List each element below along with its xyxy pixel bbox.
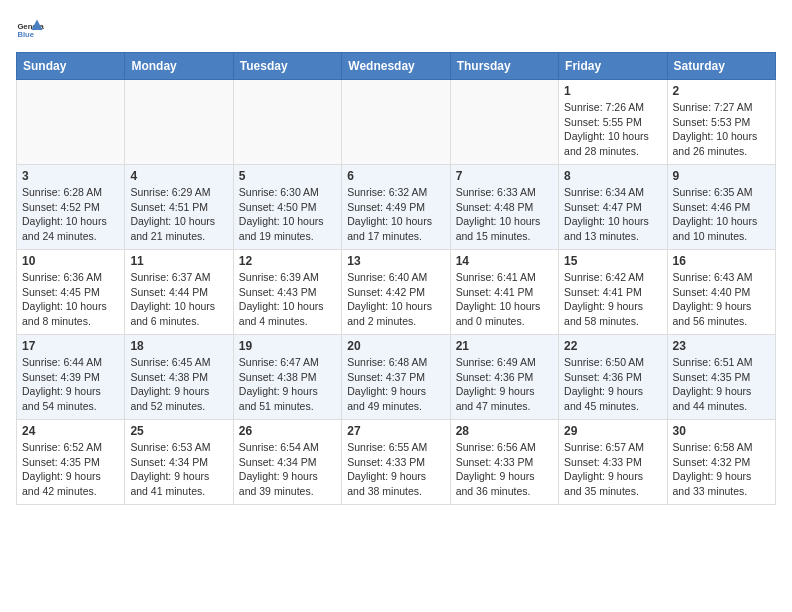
day-of-week-header: Monday	[125, 53, 233, 80]
calendar-day-cell: 26Sunrise: 6:54 AM Sunset: 4:34 PM Dayli…	[233, 420, 341, 505]
calendar-day-cell: 20Sunrise: 6:48 AM Sunset: 4:37 PM Dayli…	[342, 335, 450, 420]
day-number: 29	[564, 424, 661, 438]
calendar-week-row: 3Sunrise: 6:28 AM Sunset: 4:52 PM Daylig…	[17, 165, 776, 250]
calendar-week-row: 24Sunrise: 6:52 AM Sunset: 4:35 PM Dayli…	[17, 420, 776, 505]
day-info: Sunrise: 6:45 AM Sunset: 4:38 PM Dayligh…	[130, 355, 227, 414]
calendar-day-cell: 27Sunrise: 6:55 AM Sunset: 4:33 PM Dayli…	[342, 420, 450, 505]
calendar-day-cell: 25Sunrise: 6:53 AM Sunset: 4:34 PM Dayli…	[125, 420, 233, 505]
day-number: 4	[130, 169, 227, 183]
day-number: 3	[22, 169, 119, 183]
calendar-day-cell: 6Sunrise: 6:32 AM Sunset: 4:49 PM Daylig…	[342, 165, 450, 250]
day-info: Sunrise: 6:41 AM Sunset: 4:41 PM Dayligh…	[456, 270, 553, 329]
day-number: 24	[22, 424, 119, 438]
day-info: Sunrise: 6:58 AM Sunset: 4:32 PM Dayligh…	[673, 440, 770, 499]
day-info: Sunrise: 7:27 AM Sunset: 5:53 PM Dayligh…	[673, 100, 770, 159]
day-info: Sunrise: 6:52 AM Sunset: 4:35 PM Dayligh…	[22, 440, 119, 499]
calendar-day-cell: 30Sunrise: 6:58 AM Sunset: 4:32 PM Dayli…	[667, 420, 775, 505]
calendar-day-cell: 8Sunrise: 6:34 AM Sunset: 4:47 PM Daylig…	[559, 165, 667, 250]
day-info: Sunrise: 7:26 AM Sunset: 5:55 PM Dayligh…	[564, 100, 661, 159]
calendar-day-cell	[450, 80, 558, 165]
calendar-day-cell	[17, 80, 125, 165]
calendar-day-cell: 5Sunrise: 6:30 AM Sunset: 4:50 PM Daylig…	[233, 165, 341, 250]
day-info: Sunrise: 6:54 AM Sunset: 4:34 PM Dayligh…	[239, 440, 336, 499]
day-info: Sunrise: 6:44 AM Sunset: 4:39 PM Dayligh…	[22, 355, 119, 414]
calendar-day-cell: 17Sunrise: 6:44 AM Sunset: 4:39 PM Dayli…	[17, 335, 125, 420]
day-info: Sunrise: 6:39 AM Sunset: 4:43 PM Dayligh…	[239, 270, 336, 329]
calendar-day-cell: 14Sunrise: 6:41 AM Sunset: 4:41 PM Dayli…	[450, 250, 558, 335]
calendar-day-cell	[233, 80, 341, 165]
day-of-week-header: Sunday	[17, 53, 125, 80]
day-of-week-header: Wednesday	[342, 53, 450, 80]
calendar-day-cell: 22Sunrise: 6:50 AM Sunset: 4:36 PM Dayli…	[559, 335, 667, 420]
calendar-day-cell: 9Sunrise: 6:35 AM Sunset: 4:46 PM Daylig…	[667, 165, 775, 250]
day-info: Sunrise: 6:30 AM Sunset: 4:50 PM Dayligh…	[239, 185, 336, 244]
calendar-day-cell: 7Sunrise: 6:33 AM Sunset: 4:48 PM Daylig…	[450, 165, 558, 250]
day-number: 21	[456, 339, 553, 353]
calendar-day-cell: 23Sunrise: 6:51 AM Sunset: 4:35 PM Dayli…	[667, 335, 775, 420]
day-info: Sunrise: 6:57 AM Sunset: 4:33 PM Dayligh…	[564, 440, 661, 499]
day-number: 28	[456, 424, 553, 438]
calendar-day-cell: 19Sunrise: 6:47 AM Sunset: 4:38 PM Dayli…	[233, 335, 341, 420]
calendar-table: SundayMondayTuesdayWednesdayThursdayFrid…	[16, 52, 776, 505]
day-number: 20	[347, 339, 444, 353]
day-of-week-header: Saturday	[667, 53, 775, 80]
day-number: 11	[130, 254, 227, 268]
day-number: 15	[564, 254, 661, 268]
day-number: 17	[22, 339, 119, 353]
day-of-week-header: Friday	[559, 53, 667, 80]
day-number: 5	[239, 169, 336, 183]
day-number: 1	[564, 84, 661, 98]
day-number: 22	[564, 339, 661, 353]
day-number: 9	[673, 169, 770, 183]
day-number: 7	[456, 169, 553, 183]
calendar-day-cell: 11Sunrise: 6:37 AM Sunset: 4:44 PM Dayli…	[125, 250, 233, 335]
day-number: 19	[239, 339, 336, 353]
day-number: 25	[130, 424, 227, 438]
day-number: 16	[673, 254, 770, 268]
day-info: Sunrise: 6:43 AM Sunset: 4:40 PM Dayligh…	[673, 270, 770, 329]
day-info: Sunrise: 6:42 AM Sunset: 4:41 PM Dayligh…	[564, 270, 661, 329]
day-info: Sunrise: 6:32 AM Sunset: 4:49 PM Dayligh…	[347, 185, 444, 244]
day-info: Sunrise: 6:40 AM Sunset: 4:42 PM Dayligh…	[347, 270, 444, 329]
day-info: Sunrise: 6:28 AM Sunset: 4:52 PM Dayligh…	[22, 185, 119, 244]
day-info: Sunrise: 6:48 AM Sunset: 4:37 PM Dayligh…	[347, 355, 444, 414]
calendar-day-cell: 15Sunrise: 6:42 AM Sunset: 4:41 PM Dayli…	[559, 250, 667, 335]
day-info: Sunrise: 6:29 AM Sunset: 4:51 PM Dayligh…	[130, 185, 227, 244]
calendar-day-cell: 2Sunrise: 7:27 AM Sunset: 5:53 PM Daylig…	[667, 80, 775, 165]
calendar-day-cell: 16Sunrise: 6:43 AM Sunset: 4:40 PM Dayli…	[667, 250, 775, 335]
calendar-day-cell: 21Sunrise: 6:49 AM Sunset: 4:36 PM Dayli…	[450, 335, 558, 420]
day-number: 8	[564, 169, 661, 183]
calendar-day-cell	[342, 80, 450, 165]
day-number: 13	[347, 254, 444, 268]
calendar-day-cell: 18Sunrise: 6:45 AM Sunset: 4:38 PM Dayli…	[125, 335, 233, 420]
day-info: Sunrise: 6:37 AM Sunset: 4:44 PM Dayligh…	[130, 270, 227, 329]
day-info: Sunrise: 6:51 AM Sunset: 4:35 PM Dayligh…	[673, 355, 770, 414]
day-info: Sunrise: 6:56 AM Sunset: 4:33 PM Dayligh…	[456, 440, 553, 499]
calendar-day-cell: 12Sunrise: 6:39 AM Sunset: 4:43 PM Dayli…	[233, 250, 341, 335]
calendar-header-row: SundayMondayTuesdayWednesdayThursdayFrid…	[17, 53, 776, 80]
calendar-week-row: 10Sunrise: 6:36 AM Sunset: 4:45 PM Dayli…	[17, 250, 776, 335]
day-number: 26	[239, 424, 336, 438]
calendar-day-cell: 3Sunrise: 6:28 AM Sunset: 4:52 PM Daylig…	[17, 165, 125, 250]
day-number: 18	[130, 339, 227, 353]
day-info: Sunrise: 6:35 AM Sunset: 4:46 PM Dayligh…	[673, 185, 770, 244]
day-info: Sunrise: 6:53 AM Sunset: 4:34 PM Dayligh…	[130, 440, 227, 499]
logo: General Blue	[16, 16, 48, 44]
svg-text:Blue: Blue	[17, 30, 34, 39]
day-number: 23	[673, 339, 770, 353]
day-number: 6	[347, 169, 444, 183]
calendar-day-cell: 10Sunrise: 6:36 AM Sunset: 4:45 PM Dayli…	[17, 250, 125, 335]
page-header: General Blue	[16, 16, 776, 44]
day-info: Sunrise: 6:47 AM Sunset: 4:38 PM Dayligh…	[239, 355, 336, 414]
day-number: 30	[673, 424, 770, 438]
day-info: Sunrise: 6:33 AM Sunset: 4:48 PM Dayligh…	[456, 185, 553, 244]
day-info: Sunrise: 6:34 AM Sunset: 4:47 PM Dayligh…	[564, 185, 661, 244]
day-number: 12	[239, 254, 336, 268]
calendar-day-cell: 24Sunrise: 6:52 AM Sunset: 4:35 PM Dayli…	[17, 420, 125, 505]
day-info: Sunrise: 6:49 AM Sunset: 4:36 PM Dayligh…	[456, 355, 553, 414]
calendar-day-cell: 1Sunrise: 7:26 AM Sunset: 5:55 PM Daylig…	[559, 80, 667, 165]
day-number: 14	[456, 254, 553, 268]
day-of-week-header: Thursday	[450, 53, 558, 80]
day-info: Sunrise: 6:50 AM Sunset: 4:36 PM Dayligh…	[564, 355, 661, 414]
calendar-day-cell: 28Sunrise: 6:56 AM Sunset: 4:33 PM Dayli…	[450, 420, 558, 505]
